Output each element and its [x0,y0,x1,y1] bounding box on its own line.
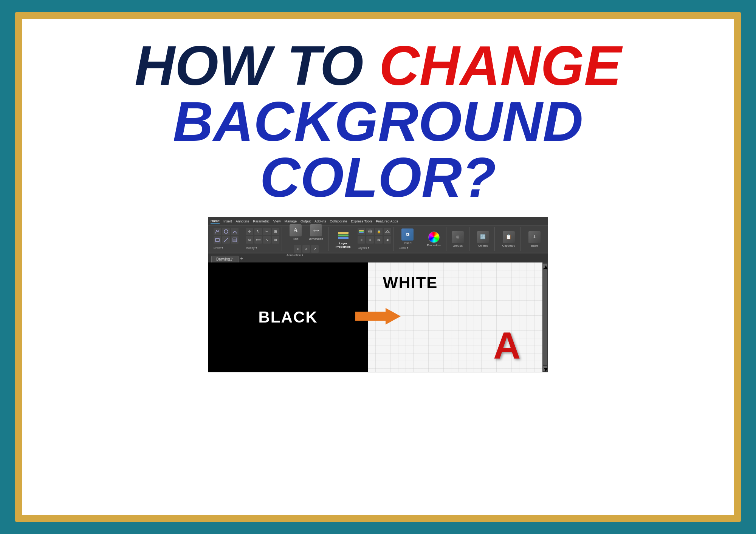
annotation-group: A Text ⟺ Dimension [284,227,329,251]
utilities-group: 🔢 Utilities [472,227,495,251]
clipboard-group: 📋 Clipboard [497,227,521,251]
trim-icon[interactable]: ✂ [263,228,271,235]
layer-icon8[interactable]: ◈ [384,236,391,244]
draw-tools-row2 [214,236,239,244]
scroll-down-btn[interactable]: ▼ [543,366,547,371]
clipboard-icon: 📋 [503,231,515,243]
rect-icon[interactable] [214,236,221,244]
mirror-icon[interactable]: ⟺ [254,236,262,244]
utilities-icon: 🔢 [477,231,489,243]
draw-section-label: Draw ▾ [214,246,223,250]
new-tab-button[interactable]: + [239,256,245,262]
direction-arrow [355,305,401,328]
layer-properties-button[interactable]: Layer Properties [331,227,356,250]
layer-line-3 [338,237,349,239]
copy-icon[interactable]: ⧉ [246,236,253,244]
insert-icon: ⧉ [401,228,414,241]
svg-line-2 [224,238,228,242]
white-label: WHITE [383,274,438,292]
scrollbar[interactable]: ▲ ▼ [542,262,548,372]
line-icon[interactable] [222,236,230,244]
autocad-a-letter: A [493,324,521,367]
text-icon: A [290,224,302,236]
draw-tools-row [214,228,239,235]
base-icon: ⊥ [528,231,541,243]
insert-section: ⧉ Insert Block ▾ [396,227,419,251]
layers-label: Layers ▾ [358,246,369,250]
ann-icon2[interactable]: ⌀ [302,245,310,253]
text-btn-label: Text [293,237,299,241]
layer-icon1[interactable] [358,228,365,235]
layer-icon6[interactable]: ⊕ [366,236,374,244]
clipboard-button[interactable]: 📋 Clipboard [499,228,518,250]
tab-view[interactable]: View [273,219,280,223]
layer-icon7[interactable]: ⊠ [375,236,383,244]
array-icon[interactable]: ⊞ [272,236,279,244]
title-background: BACKGROUND [173,94,583,150]
tab-annotate[interactable]: Annotate [236,219,249,223]
clipboard-section: 📋 Clipboard [497,227,521,251]
move-icon[interactable]: ✛ [246,228,253,235]
annotation-section: A Text ⟺ Dimension [284,227,329,251]
polyline-icon[interactable] [214,228,221,235]
layer-section: Layer Properties [331,227,394,251]
svg-rect-3 [233,238,237,242]
drawing-tab[interactable]: Drawing1* [211,256,239,262]
text-button[interactable]: A Text [287,221,305,244]
ann-row2: ≡ ⌀ ↗ [294,245,319,253]
utilities-btn-label: Utilities [478,244,488,247]
tab-parametric[interactable]: Parametric [253,219,270,223]
dimension-icon: ⟺ [310,224,322,236]
screenshot-container: Home Insert Annotate Parametric View Man… [208,217,548,372]
black-label: BLACK [259,308,318,326]
properties-btn-label: Properties [427,244,440,247]
hatch-icon[interactable] [231,236,239,244]
arc-icon[interactable] [231,228,239,235]
svg-point-0 [224,230,228,233]
layer-icon5[interactable]: ≡ [358,236,365,244]
groups-button[interactable]: ⊞ Groups [449,228,467,250]
modify-label: Modify ▾ [246,246,257,250]
base-button[interactable]: ⊥ Base [525,228,544,250]
scale-icon[interactable]: ⤡ [263,236,271,244]
base-section: ⊥ Base [523,227,546,251]
arrow-container [355,305,401,329]
title-how-to: HOW TO [135,34,379,97]
svg-marker-12 [355,308,401,325]
utilities-button[interactable]: 🔢 Utilities [474,228,492,250]
layers-row1: 🔒 [358,228,391,235]
groups-icon: ⊞ [452,231,464,243]
tab-express[interactable]: Express Tools [351,219,372,223]
offset-icon[interactable]: ⊞ [272,228,279,235]
utilities-section: 🔢 Utilities [472,227,495,251]
canvas-area: BLACK WHITE A ▲ [208,262,548,372]
layer-icon2[interactable] [366,228,374,235]
drawing-tab-bar: Drawing1* + [208,253,548,262]
modify-row1: ✛ ↻ ✂ ⊞ [246,228,279,235]
groups-section: ⊞ Groups [446,227,469,251]
layer-props-icon [337,229,350,242]
dimension-btn-label: Dimension [309,237,323,241]
dimension-button[interactable]: ⟺ Dimension [306,221,326,244]
base-group: ⊥ Base [523,227,546,251]
layer-line-2 [338,235,349,236]
base-btn-label: Base [531,244,538,247]
ann-row1: A Text ⟺ Dimension [287,221,326,244]
layer-icon3[interactable]: 🔒 [375,228,383,235]
layer-icon4[interactable] [384,228,391,235]
properties-button[interactable]: Properties [424,228,443,250]
modify-row2: ⧉ ⟺ ⤡ ⊞ [246,236,279,244]
ann-icon3[interactable]: ↗ [311,245,319,253]
circle-icon[interactable] [222,228,230,235]
svg-rect-6 [359,230,364,231]
scroll-up-btn[interactable]: ▲ [543,264,547,268]
properties-section: Properties ⊞ Groups [421,227,469,251]
insert-btn-label: Insert [404,241,411,245]
tab-home[interactable]: Home [211,219,220,224]
tab-collaborate[interactable]: Collaborate [330,219,347,223]
tab-insert[interactable]: Insert [223,219,232,223]
insert-button[interactable]: ⧉ Insert [398,228,417,245]
tab-featured[interactable]: Featured Apps [376,219,398,223]
ann-icon1[interactable]: ≡ [294,245,301,253]
rotate-icon[interactable]: ↻ [254,228,262,235]
